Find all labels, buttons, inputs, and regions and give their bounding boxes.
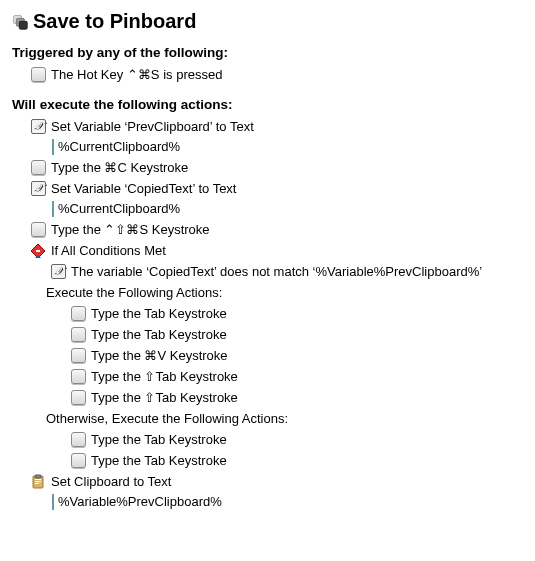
- macro-title-row: Save to Pinboard: [12, 10, 523, 33]
- macro-icon: [12, 14, 28, 30]
- keystroke-icon: [70, 369, 86, 385]
- trigger-label: The Hot Key ⌃⌘S is pressed: [51, 66, 222, 83]
- action-type-keystroke: Type the Tab Keystroke: [12, 450, 523, 471]
- action-if: If All Conditions Met: [12, 240, 523, 261]
- keystroke-icon: [30, 160, 46, 176]
- action-label: Set Variable ‘CopiedText’ to Text: [51, 180, 236, 197]
- action-type-keystroke: Type the ⌘C Keystroke: [12, 157, 523, 178]
- action-type-keystroke: Type the ⇧Tab Keystroke: [12, 366, 523, 387]
- svg-rect-7: [35, 475, 41, 478]
- keystroke-icon: [70, 348, 86, 364]
- variable-icon: 𝒳: [30, 119, 46, 135]
- action-set-variable: 𝒳 Set Variable ‘PrevClipboard’ to Text: [12, 116, 523, 137]
- keystroke-icon: [70, 453, 86, 469]
- action-label: Type the Tab Keystroke: [91, 452, 227, 469]
- if-else-header: Otherwise, Execute the Following Actions…: [12, 408, 523, 429]
- action-type-keystroke: Type the Tab Keystroke: [12, 303, 523, 324]
- if-condition: The variable ‘CopiedText’ does not match…: [71, 263, 482, 280]
- action-label: Type the ⌘V Keystroke: [91, 347, 228, 364]
- action-type-keystroke: Type the ⌘V Keystroke: [12, 345, 523, 366]
- actions-header: Will execute the following actions:: [12, 97, 523, 112]
- action-label: Type the ⌘C Keystroke: [51, 159, 188, 176]
- if-then-header: Execute the Following Actions:: [12, 282, 523, 303]
- keystroke-icon: [70, 390, 86, 406]
- action-type-keystroke: Type the Tab Keystroke: [12, 324, 523, 345]
- keystroke-icon: [30, 222, 46, 238]
- action-label: Set Variable ‘PrevClipboard’ to Text: [51, 118, 254, 135]
- action-label: Type the Tab Keystroke: [91, 431, 227, 448]
- if-then-label: Execute the Following Actions:: [46, 284, 222, 301]
- keystroke-icon: [70, 327, 86, 343]
- action-type-keystroke: Type the ⇧Tab Keystroke: [12, 387, 523, 408]
- variable-icon: 𝒳: [30, 181, 46, 197]
- svg-rect-2: [19, 21, 27, 29]
- token-text: %CurrentClipboard%: [52, 139, 523, 155]
- action-type-keystroke: Type the Tab Keystroke: [12, 429, 523, 450]
- hotkey-icon: [30, 67, 46, 83]
- action-label: Type the Tab Keystroke: [91, 305, 227, 322]
- svg-rect-10: [35, 483, 39, 484]
- token-text: %CurrentClipboard%: [52, 201, 523, 217]
- clipboard-icon: [30, 474, 46, 490]
- action-set-variable: 𝒳 Set Variable ‘CopiedText’ to Text: [12, 178, 523, 199]
- action-label: If All Conditions Met: [51, 242, 166, 259]
- variable-icon: 𝒳: [50, 264, 66, 280]
- svg-rect-8: [35, 479, 41, 480]
- keystroke-icon: [70, 306, 86, 322]
- if-else-label: Otherwise, Execute the Following Actions…: [46, 410, 288, 427]
- keystroke-icon: [70, 432, 86, 448]
- svg-rect-4: [36, 250, 40, 252]
- action-label: Type the ⇧Tab Keystroke: [91, 368, 238, 385]
- trigger-row: The Hot Key ⌃⌘S is pressed: [12, 64, 523, 85]
- macro-title: Save to Pinboard: [33, 10, 196, 33]
- svg-rect-9: [35, 481, 41, 482]
- if-icon: [30, 243, 46, 259]
- if-condition-row: 𝒳 The variable ‘CopiedText’ does not mat…: [12, 261, 523, 282]
- token-text: %Variable%PrevClipboard%: [52, 494, 523, 510]
- action-type-keystroke: Type the ⌃⇧⌘S Keystroke: [12, 219, 523, 240]
- action-label: Type the ⇧Tab Keystroke: [91, 389, 238, 406]
- action-label: Type the ⌃⇧⌘S Keystroke: [51, 221, 210, 238]
- triggers-header: Triggered by any of the following:: [12, 45, 523, 60]
- action-set-clipboard: Set Clipboard to Text: [12, 471, 523, 492]
- action-label: Type the Tab Keystroke: [91, 326, 227, 343]
- action-label: Set Clipboard to Text: [51, 473, 171, 490]
